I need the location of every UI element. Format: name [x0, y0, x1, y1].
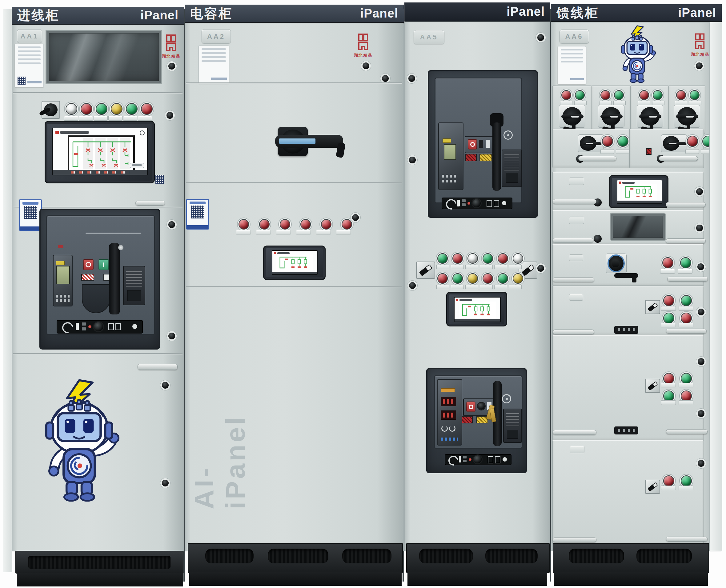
green-pushbutton[interactable]	[452, 273, 463, 284]
selector-switch[interactable]	[645, 379, 660, 393]
yellow-pushbutton[interactable]	[513, 273, 523, 284]
relay-buttons[interactable]	[441, 438, 458, 441]
drawer-handle[interactable]	[667, 277, 708, 281]
qr-code-icon	[155, 175, 164, 184]
module-tag-plate	[569, 254, 583, 261]
open-button[interactable]	[468, 139, 477, 149]
cabinet-header: 进线柜 iPanel	[12, 7, 184, 25]
label-footer	[211, 78, 227, 80]
label-line	[202, 56, 226, 58]
cam-selector-switch[interactable]	[42, 101, 60, 119]
drawer-handle[interactable]	[659, 156, 698, 161]
breaker-rotary-handle[interactable]	[578, 134, 604, 152]
brand-seal-caption: 湖北精品	[159, 54, 183, 59]
selector-switch[interactable]	[645, 480, 660, 494]
mini-knob[interactable]	[478, 403, 485, 410]
red-pushbutton[interactable]	[437, 273, 448, 284]
main-switch-handle[interactable]	[275, 135, 343, 148]
yellow-pushbutton[interactable]	[468, 273, 478, 284]
drawer-handle[interactable]	[553, 238, 593, 243]
door-lock[interactable]	[382, 75, 389, 82]
hmi-touchscreen[interactable]	[446, 292, 507, 327]
door-lock[interactable]	[537, 34, 544, 41]
door-lock[interactable]	[362, 62, 369, 69]
door-lock[interactable]	[162, 382, 169, 388]
door-lock[interactable]	[409, 156, 416, 163]
green-pushbutton[interactable]	[498, 273, 508, 284]
racking-lever[interactable]	[109, 243, 120, 314]
green-pushbutton[interactable]	[437, 253, 448, 264]
selector-switch[interactable]	[645, 300, 660, 314]
door-lock[interactable]	[537, 265, 544, 272]
red-pushbutton[interactable]	[482, 273, 493, 284]
door-handle[interactable]	[136, 201, 165, 206]
hmi-touchscreen[interactable]	[45, 121, 155, 183]
drawer-handle[interactable]	[578, 156, 617, 161]
breaker-rotary-handle[interactable]	[661, 134, 687, 152]
red-pushbutton[interactable]	[141, 103, 153, 115]
door-lock[interactable]	[168, 333, 175, 339]
door-lock[interactable]	[162, 480, 169, 486]
door-lock[interactable]	[166, 112, 173, 119]
close-button[interactable]	[99, 259, 109, 270]
door-lock[interactable]	[168, 221, 175, 228]
door-lock[interactable]	[698, 460, 704, 467]
drawer-handle[interactable]	[666, 329, 707, 334]
green-pushbutton[interactable]	[126, 103, 138, 115]
door-lock[interactable]	[698, 358, 704, 365]
yellow-pushbutton[interactable]	[111, 103, 123, 115]
door-lock[interactable]	[698, 264, 704, 270]
drawer-handle[interactable]	[666, 537, 707, 542]
green-pushbutton[interactable]	[482, 253, 493, 264]
red-pushbutton[interactable]	[81, 103, 92, 115]
door-lock[interactable]	[698, 309, 704, 315]
drawer-handle[interactable]	[553, 277, 594, 282]
breaker-control-strip	[445, 454, 512, 465]
door-lock[interactable]	[696, 225, 703, 231]
vent-slot	[205, 549, 254, 563]
door-lock[interactable]	[352, 214, 359, 221]
brand-label: iPanel	[506, 5, 545, 19]
brand-ring-icon	[502, 394, 511, 403]
open-button[interactable]	[466, 401, 476, 412]
red-pushbutton[interactable]	[498, 253, 508, 264]
red-pushbutton[interactable]	[452, 253, 463, 264]
label-line	[18, 55, 41, 56]
open-button[interactable]	[83, 259, 94, 270]
drawer-handle[interactable]	[666, 202, 706, 207]
door-handle[interactable]	[138, 364, 178, 370]
door-lock[interactable]	[696, 188, 703, 195]
white-pushbutton[interactable]	[65, 103, 77, 115]
interlock-lever[interactable]	[614, 273, 638, 278]
drawer-handle[interactable]	[666, 238, 706, 244]
drawer-handle[interactable]	[553, 330, 594, 334]
racking-socket[interactable]	[472, 199, 481, 207]
button-label-plate	[64, 116, 78, 121]
button-label-plate	[276, 230, 291, 234]
door-lock[interactable]	[696, 62, 703, 69]
breaker-rotary-handle[interactable]	[606, 254, 627, 273]
selector-switch[interactable]	[416, 261, 435, 279]
interlock-housing	[614, 426, 638, 435]
drawer-handle[interactable]	[666, 429, 707, 434]
lever-pin	[118, 245, 123, 250]
white-pushbutton[interactable]	[513, 253, 523, 264]
door-lock[interactable]	[409, 282, 416, 289]
screen-button[interactable]	[130, 163, 144, 168]
racking-socket[interactable]	[94, 322, 103, 331]
green-pushbutton[interactable]	[96, 103, 107, 115]
racking-lever[interactable]	[492, 123, 501, 191]
drawer-handle[interactable]	[553, 537, 597, 542]
drawer-handle[interactable]	[553, 199, 597, 204]
mini-button[interactable]	[486, 140, 490, 148]
door-lock[interactable]	[408, 75, 415, 82]
door-lock[interactable]	[168, 63, 175, 69]
drawer-handle[interactable]	[553, 430, 597, 435]
racking-socket[interactable]	[474, 455, 482, 463]
white-pushbutton[interactable]	[468, 253, 478, 264]
door-lock[interactable]	[698, 410, 704, 417]
hmi-touchscreen[interactable]	[609, 175, 668, 208]
hmi-touchscreen[interactable]	[263, 246, 326, 280]
mini-button[interactable]	[479, 140, 483, 148]
door-knob[interactable]	[594, 235, 602, 243]
